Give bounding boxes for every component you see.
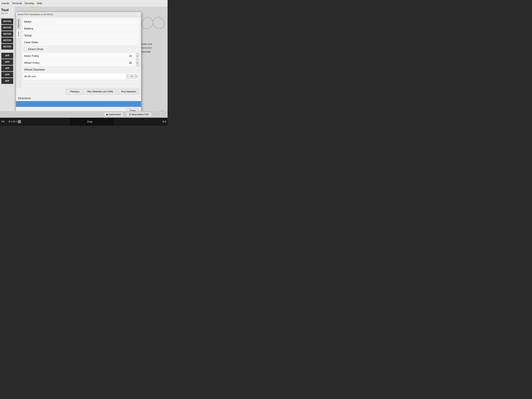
previous-icon: ↑ <box>69 91 70 93</box>
right-text-line2: e Connection <box>138 46 166 50</box>
menu-develop[interactable]: Develop <box>25 2 34 5</box>
sidebar-app-5[interactable]: APP <box>1 78 13 84</box>
run-detection-button[interactable]: ◦ Run Detection <box>117 89 139 95</box>
previous-button[interactable]: ↑ Previous <box>66 89 82 95</box>
dialog-title-bar: Detect FOC Parameters on all VESCs <box>16 12 141 17</box>
status-pm-label: PM <box>1 120 5 123</box>
menu-terminal[interactable]: Terminal <box>12 2 22 5</box>
left-sidebar: MOTOR MOTOR MOTOR MOTOR MOTOR APP APP AP… <box>0 17 14 126</box>
diameter-field-icons: ↑ ⊡ ⊙ <box>126 74 139 79</box>
nav-setup-label: Setup <box>24 34 32 37</box>
diameter-up-btn[interactable]: ↑ <box>126 74 130 79</box>
wheel-pulley-row: Wheel Pulley: 36 ▾ <box>23 59 139 66</box>
progress-bar <box>16 101 141 107</box>
wheel-pulley-label: Wheel Pulley: <box>23 61 129 64</box>
run-detection-no-can-button[interactable]: ◦ Run Detection (no CAN) <box>83 89 116 95</box>
motor-pulley-row: Motor Pulley: 16 ▾ <box>23 53 139 59</box>
autoconnect-icon: ▶ <box>107 113 108 116</box>
nav-gear-ratio[interactable]: Gear Ratio <box>23 39 139 46</box>
status-value: 0.0 <box>163 120 166 123</box>
right-text-line1: he motor and <box>138 42 166 46</box>
directions-row: Directions <box>16 95 141 101</box>
motor-pulley-label: Motor Pulley: <box>23 55 129 57</box>
right-text-line3: es manually. <box>138 50 166 54</box>
sidebar-app-2[interactable]: APP <box>1 59 13 65</box>
dialog-bottom: ↑ Previous ◦ Run Detection (no CAN) ◦ Ru… <box>16 88 141 115</box>
status-ib-indicator <box>18 120 21 123</box>
nav-battery[interactable]: Battery <box>23 25 139 32</box>
bottom-nav-buttons: ▶ AutoConnect ⚙ Setup Motors FOC <box>0 111 168 118</box>
sidebar-motor-1[interactable]: MOTOR <box>1 19 13 24</box>
nav-motor-label: Motor <box>24 20 32 24</box>
direct-drive-checkbox[interactable] <box>24 48 27 51</box>
nav-gear-ratio-label: Gear Ratio <box>24 41 38 44</box>
wheel-pulley-value: 36 <box>129 61 136 64</box>
status-duty-value: 0.0 <box>163 120 166 123</box>
sidebar-motor-5[interactable]: MOTOR <box>1 44 13 50</box>
menu-bar: mands Terminal Develop Help <box>0 0 168 7</box>
dialog-body: Advanced Simple Motor Battery Setup Gear… <box>16 17 141 88</box>
status-indicator: ◦ <box>7 121 8 123</box>
sidebar-app-3[interactable]: APP <box>1 65 13 71</box>
duty-label: Duty <box>87 120 93 123</box>
direct-drive-label: Direct Drive <box>28 48 43 51</box>
logo-tool: Tool <box>1 8 9 12</box>
vertical-tabs: Advanced Simple <box>16 17 21 88</box>
autoconnect-label: AutoConnect <box>109 113 121 116</box>
action-buttons-row: ↑ Previous ◦ Run Detection (no CAN) ◦ Ru… <box>16 88 141 95</box>
wheel-diameter-heading: Wheel Diameter <box>23 66 139 72</box>
status-pm: PM <box>1 120 5 123</box>
nav-motor[interactable]: Motor <box>23 18 139 25</box>
directions-label: Directions <box>18 97 31 100</box>
diameter-copy-btn[interactable]: ⊡ <box>130 74 134 79</box>
status-bar: PM ◦ IB 3.00 A Duty 0.0 <box>0 118 168 126</box>
sidebar-motor-4[interactable]: MOTOR <box>1 38 13 43</box>
infinity-decoration <box>139 11 168 34</box>
sidebar-motor-3[interactable]: MOTOR <box>1 31 13 37</box>
motor-pulley-value: 16 <box>129 55 136 57</box>
menu-help[interactable]: Help <box>37 2 42 5</box>
tab-advanced[interactable]: Advanced <box>17 18 20 29</box>
dialog-title: Detect FOC Parameters on all VESCs <box>18 13 53 16</box>
setup-motors-icon: ⚙ <box>129 113 131 116</box>
direct-drive-row[interactable]: Direct Drive <box>23 46 139 53</box>
run-detection-label: Run Detection <box>121 90 136 93</box>
nav-battery-label: Battery <box>24 27 33 30</box>
setup-motors-btn[interactable]: ⚙ Setup Motors FOC <box>126 112 152 117</box>
right-text-area: he motor and e Connection es manually. <box>138 42 166 54</box>
diameter-settings-btn[interactable]: ⊙ <box>134 74 138 79</box>
setup-motors-label: Setup Motors FOC <box>131 113 149 116</box>
logo-sub: ject.com <box>1 12 8 14</box>
status-ib: ◦ IB 3.00 A <box>7 120 21 123</box>
status-ib-value: IB 3.00 A <box>8 120 17 123</box>
sidebar-motor-2[interactable]: MOTOR <box>1 25 13 31</box>
dialog-main-content: Motor Battery Setup Gear Ratio Direct Dr… <box>21 17 141 88</box>
dialog: Detect FOC Parameters on all VESCs Advan… <box>16 12 141 115</box>
previous-label: Previous <box>70 90 79 93</box>
wheel-diameter-value: 80.00 mm <box>24 75 126 78</box>
wheel-diameter-field[interactable]: 80.00 mm ↑ ⊡ ⊙ <box>23 73 139 80</box>
sidebar-app-1[interactable]: APP <box>1 53 13 59</box>
wheel-pulley-spinner[interactable]: ▾ <box>136 59 139 66</box>
menu-commands[interactable]: mands <box>1 2 9 5</box>
motor-pulley-spinner[interactable]: ▾ <box>136 53 139 59</box>
tab-simple[interactable]: Simple <box>17 30 20 38</box>
sidebar-app-4[interactable]: APP <box>1 72 13 78</box>
nav-setup[interactable]: Setup <box>23 32 139 39</box>
autoconnect-btn[interactable]: ▶ AutoConnect <box>104 112 124 117</box>
logo-area: Tool ject.com <box>0 7 14 17</box>
run-detection-icon: ◦ <box>120 91 120 93</box>
duty-section: Duty <box>70 118 114 126</box>
run-no-can-label: Run Detection (no CAN) <box>88 90 113 93</box>
run-no-can-icon: ◦ <box>86 91 87 93</box>
